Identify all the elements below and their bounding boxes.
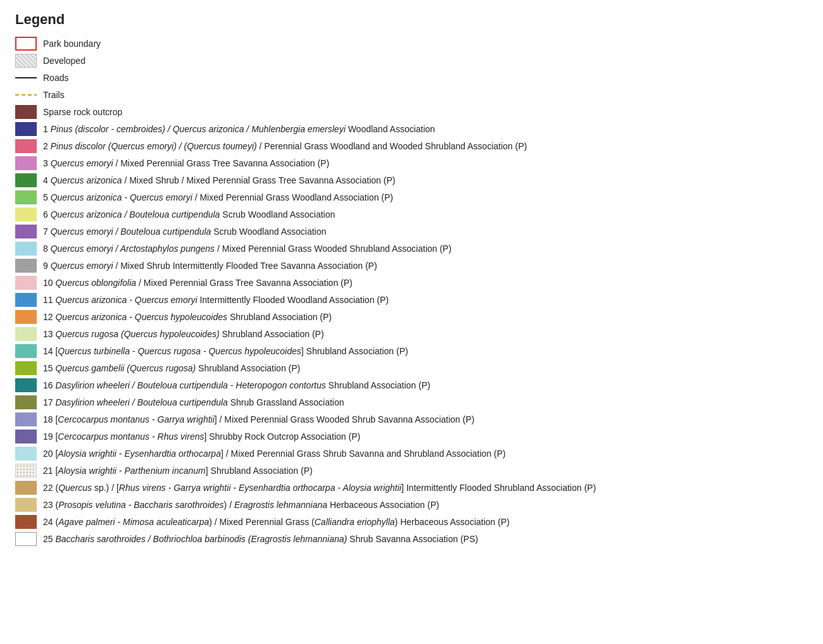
legend-label: 19 [Cercocarpus montanus - Rhus virens] … [43, 431, 360, 442]
swatch-solid [15, 276, 37, 290]
swatch-solid [15, 378, 37, 392]
legend-item: 2 Pinus discolor (Quercus emoryi) / (Que… [15, 139, 808, 153]
swatch-solid [15, 259, 37, 273]
legend-item: 9 Quercus emoryi / Mixed Shrub Intermitt… [15, 259, 808, 273]
legend-label: 2 Pinus discolor (Quercus emoryi) / (Que… [43, 140, 527, 152]
swatch-roads [15, 71, 37, 85]
legend-item: 21 [Aloysia wrightii - Parthenium incanu… [15, 464, 808, 478]
swatch-solid [15, 481, 37, 495]
legend-item: 24 (Agave palmeri - Mimosa aculeaticarpa… [15, 515, 808, 529]
swatch-dotted [15, 464, 37, 478]
legend-label: 16 Dasylirion wheeleri / Bouteloua curti… [43, 380, 430, 391]
legend-item: Park boundary [15, 37, 808, 51]
legend-label: Developed [43, 55, 85, 66]
legend-item: Roads [15, 71, 808, 85]
swatch-solid [15, 207, 37, 221]
legend-item: 25 Baccharis sarothroides / Bothriochloa… [15, 532, 808, 546]
legend-label: 10 Quercus oblongifolia / Mixed Perennia… [43, 277, 353, 288]
legend-item: 13 Quercus rugosa (Quercus hypoleucoides… [15, 327, 808, 341]
legend-label: 12 Quercus arizonica - Quercus hypoleuco… [43, 311, 332, 323]
legend-item: 16 Dasylirion wheeleri / Bouteloua curti… [15, 378, 808, 392]
swatch-solid [15, 156, 37, 170]
legend-label: 5 Quercus arizonica - Quercus emoryi / M… [43, 192, 393, 203]
swatch-solid [15, 173, 37, 187]
legend-label: 20 [Aloysia wrightii - Eysenhardtia orth… [43, 448, 506, 459]
swatch-developed [15, 54, 37, 68]
swatch-solid [15, 395, 37, 409]
legend-items-container: Park boundaryDevelopedRoadsTrailsSparse … [15, 37, 808, 546]
legend-item: 3 Quercus emoryi / Mixed Perennial Grass… [15, 156, 808, 170]
swatch-solid [15, 344, 37, 358]
legend-item: Sparse rock outcrop [15, 105, 808, 119]
swatch-solid [15, 310, 37, 324]
legend-label: 18 [Cercocarpus montanus - Garrya wright… [43, 414, 474, 425]
legend-item: 18 [Cercocarpus montanus - Garrya wright… [15, 412, 808, 426]
legend-item: 17 Dasylirion wheeleri / Bouteloua curti… [15, 395, 808, 409]
legend-label: Park boundary [43, 38, 101, 49]
legend-item: 5 Quercus arizonica - Quercus emoryi / M… [15, 190, 808, 204]
legend-label: 1 Pinus (discolor - cembroides) / Quercu… [43, 123, 435, 135]
legend-item: 19 [Cercocarpus montanus - Rhus virens] … [15, 430, 808, 443]
swatch-solid [15, 412, 37, 426]
legend-item: Developed [15, 54, 808, 68]
legend-item: 6 Quercus arizonica / Bouteloua curtipen… [15, 207, 808, 221]
legend-label: 6 Quercus arizonica / Bouteloua curtipen… [43, 209, 335, 220]
legend-label: 24 (Agave palmeri - Mimosa aculeaticarpa… [43, 516, 510, 528]
swatch-trails [15, 88, 37, 102]
legend-item: Trails [15, 88, 808, 102]
swatch-park-boundary [15, 37, 37, 51]
swatch-solid [15, 242, 37, 256]
legend-title: Legend [15, 11, 808, 28]
legend-label: Trails [43, 89, 65, 101]
legend-label: 21 [Aloysia wrightii - Parthenium incanu… [43, 465, 313, 476]
legend-label: Roads [43, 72, 68, 84]
swatch-solid [15, 105, 37, 119]
legend-label: 4 Quercus arizonica / Mixed Shrub / Mixe… [43, 175, 395, 186]
swatch-solid [15, 447, 37, 461]
legend-item: 1 Pinus (discolor - cembroides) / Quercu… [15, 122, 808, 136]
legend-item: 23 (Prosopis velutina - Baccharis saroth… [15, 498, 808, 512]
swatch-solid [15, 190, 37, 204]
legend-item: 14 [Quercus turbinella - Quercus rugosa … [15, 344, 808, 358]
legend-label: 23 (Prosopis velutina - Baccharis saroth… [43, 499, 439, 511]
legend-label: 14 [Quercus turbinella - Quercus rugosa … [43, 345, 408, 357]
swatch-solid [15, 361, 37, 375]
swatch-outline-only [15, 532, 37, 546]
legend-label: 9 Quercus emoryi / Mixed Shrub Intermitt… [43, 260, 377, 271]
legend-label: 22 (Quercus sp.) / [Rhus virens - Garrya… [43, 482, 596, 493]
legend-item: 7 Quercus emoryi / Bouteloua curtipendul… [15, 225, 808, 238]
swatch-solid [15, 293, 37, 307]
legend-label: 17 Dasylirion wheeleri / Bouteloua curti… [43, 397, 344, 408]
swatch-solid [15, 122, 37, 136]
legend-item: 20 [Aloysia wrightii - Eysenhardtia orth… [15, 447, 808, 461]
legend-item: 12 Quercus arizonica - Quercus hypoleuco… [15, 310, 808, 324]
legend-item: 10 Quercus oblongifolia / Mixed Perennia… [15, 276, 808, 290]
legend-item: 22 (Quercus sp.) / [Rhus virens - Garrya… [15, 481, 808, 495]
legend-item: 11 Quercus arizonica - Quercus emoryi In… [15, 293, 808, 307]
legend-label: 11 Quercus arizonica - Quercus emoryi In… [43, 294, 389, 306]
legend-label: 13 Quercus rugosa (Quercus hypoleucoides… [43, 328, 324, 340]
swatch-solid [15, 139, 37, 153]
legend-item: 15 Quercus gambelii (Quercus rugosa) Shr… [15, 361, 808, 375]
legend-label: 7 Quercus emoryi / Bouteloua curtipendul… [43, 226, 326, 237]
swatch-solid [15, 515, 37, 529]
swatch-solid [15, 327, 37, 341]
legend-label: 15 Quercus gambelii (Quercus rugosa) Shr… [43, 362, 300, 374]
legend-label: Sparse rock outcrop [43, 106, 122, 118]
legend-label: 25 Baccharis sarothroides / Bothriochloa… [43, 533, 478, 545]
legend-item: 4 Quercus arizonica / Mixed Shrub / Mixe… [15, 173, 808, 187]
legend-item: 8 Quercus emoryi / Arctostaphylos pungen… [15, 242, 808, 256]
legend-label: 3 Quercus emoryi / Mixed Perennial Grass… [43, 158, 329, 169]
swatch-solid [15, 225, 37, 238]
legend-label: 8 Quercus emoryi / Arctostaphylos pungen… [43, 243, 451, 254]
swatch-solid [15, 498, 37, 512]
swatch-solid [15, 430, 37, 443]
